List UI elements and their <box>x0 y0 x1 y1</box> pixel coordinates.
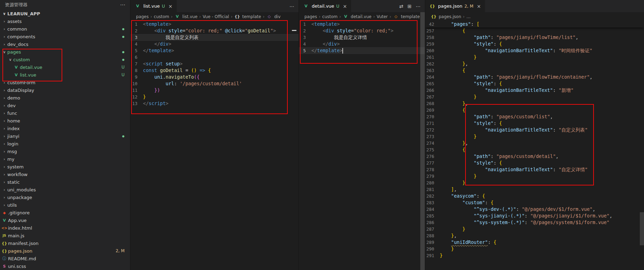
breadcrumb-item-pages[interactable]: pages <box>304 14 317 19</box>
tree-root-learun-app[interactable]: ∨ LEARUN_APP <box>0 10 130 17</box>
breadcrumb-item-div[interactable]: ◇div <box>266 14 280 19</box>
tree-item-dev[interactable]: ›dev <box>0 102 130 109</box>
code-line-5[interactable]: 5</template> <box>299 47 425 54</box>
code-line-273[interactable]: 273 } <box>425 133 644 140</box>
code-editor[interactable]: 1<template>2 <div style="color: red;" @c… <box>130 21 299 270</box>
tree-item-assets[interactable]: ›assets <box>0 17 130 25</box>
breadcrumb-item-…[interactable]: … <box>466 14 470 19</box>
tab-list.vue[interactable]: Vlist.vueU× <box>130 0 177 12</box>
tree-item-msg[interactable]: ›msg <box>0 148 130 155</box>
code-line-1[interactable]: 1<template> <box>130 21 299 27</box>
code-line-258[interactable]: 258 "path": "pages/jianyi/flowTime/list"… <box>425 34 644 41</box>
tree-item-static[interactable]: ›static <box>0 178 130 186</box>
code-line-275[interactable]: 275 { <box>425 146 644 153</box>
more-actions-icon[interactable]: ⋯ <box>289 3 294 9</box>
tree-item-workflow[interactable]: ›workflow <box>0 170 130 178</box>
breadcrumb-item-Vuter[interactable]: Vuter <box>377 14 388 19</box>
code-line-9[interactable]: 9 uni.navigateTo({ <box>130 74 299 80</box>
code-line-1[interactable]: 1<template> <box>299 21 425 27</box>
breadcrumb-item-custom[interactable]: custom <box>322 14 337 19</box>
code-line-261[interactable]: 261 } <box>425 54 644 61</box>
code-line-262[interactable]: 262 }, <box>425 61 644 67</box>
tree-item-.gitignore[interactable]: ◆.gitignore <box>0 209 130 216</box>
more-actions-icon[interactable]: ⋯ <box>416 3 421 9</box>
code-line-42[interactable]: 42 "pages": [ <box>425 21 644 27</box>
tree-item-App.vue[interactable]: VApp.vue <box>0 216 130 224</box>
code-line-13[interactable]: 13</script> <box>130 100 299 107</box>
breadcrumb-item-pages[interactable]: pages <box>136 14 149 19</box>
tab-detail.vue[interactable]: Vdetail.vueU× <box>299 0 351 12</box>
code-line-274[interactable]: 274 }, <box>425 140 644 146</box>
code-line-4[interactable]: 4 </div> <box>299 41 425 47</box>
tree-item-dataDisplay[interactable]: ›dataDisplay <box>0 86 130 94</box>
tree-item-pages[interactable]: ∨pages● <box>0 48 130 56</box>
close-icon[interactable]: × <box>168 3 173 9</box>
tree-item-pages.json[interactable]: {}pages.json2, M <box>0 247 130 255</box>
breadcrumb-item-template[interactable]: ◇template <box>393 14 420 19</box>
tree-item-components[interactable]: ›components● <box>0 33 130 40</box>
code-line-271[interactable]: 271 "style": { <box>425 120 644 127</box>
tree-item-README.md[interactable]: ⓘREADME.md <box>0 255 130 262</box>
code-line-267[interactable]: 267 } <box>425 94 644 100</box>
code-editor[interactable]: 42 "pages": [257 {258 "path": "pages/jia… <box>425 21 644 270</box>
tree-item-custom[interactable]: ∨custom● <box>0 56 130 63</box>
code-line-11[interactable]: 11 }) <box>130 87 299 94</box>
tree-item-customForm[interactable]: ›customForm <box>0 79 130 86</box>
breadcrumb-item-custom[interactable]: custom <box>154 14 169 19</box>
tree-item-my[interactable]: ›my <box>0 155 130 163</box>
code-line-7[interactable]: 7<script setup> <box>130 61 299 67</box>
tab-pages.json[interactable]: {}pages.json2, M× <box>425 0 485 12</box>
code-editor[interactable]: 1<template>2 <div style="color: red;">3 … <box>299 21 425 270</box>
code-line-6[interactable]: 6 <box>130 54 299 61</box>
code-line-279[interactable]: 279 } <box>425 173 644 180</box>
code-line-266[interactable]: 266 "navigationBarTitleText": "新增" <box>425 87 644 94</box>
code-line-290[interactable]: 290 } <box>425 246 644 252</box>
code-line-269[interactable]: 269 { <box>425 107 644 113</box>
tree-item-utils[interactable]: ›utils <box>0 201 130 209</box>
code-line-2[interactable]: 2 <div style="color: red;" @click="goDet… <box>130 27 299 34</box>
code-line-287[interactable]: 287 } <box>425 226 644 232</box>
code-line-3[interactable]: 3 我是自定义详情 <box>299 34 425 41</box>
tree-item-dev_docs[interactable]: ›dev_docs <box>0 40 130 48</box>
code-line-270[interactable]: 270 "path": "pages/custom/list", <box>425 113 644 120</box>
breadcrumb-item-detail.vue[interactable]: Vdetail.vue <box>343 14 372 19</box>
code-line-3[interactable]: 3 我是自定义列表 <box>130 34 299 41</box>
code-line-10[interactable]: 10 url: '/pages/custom/detail' <box>130 80 299 87</box>
code-line-284[interactable]: 284 "^sys-dev-(.*)": "@/pages/dev/$1/for… <box>425 206 644 213</box>
code-line-278[interactable]: 278 "navigationBarTitleText": "自定义详情" <box>425 166 644 173</box>
tree-item-login[interactable]: ›login <box>0 140 130 148</box>
code-line-277[interactable]: 277 "style": { <box>425 160 644 166</box>
breadcrumb-item-template[interactable]: {}template <box>234 14 261 19</box>
code-line-285[interactable]: 285 "^sys-jianyi-(.*)": "@/pages/jianyi/… <box>425 213 644 219</box>
breadcrumb-item-pages.json[interactable]: {}pages.json <box>431 14 461 19</box>
tree-item-index[interactable]: ›index <box>0 125 130 132</box>
tree-item-common[interactable]: ›common● <box>0 25 130 33</box>
tree-item-detail.vue[interactable]: Vdetail.vueU <box>0 63 130 71</box>
code-line-283[interactable]: 283 "custom": { <box>425 199 644 206</box>
code-line-265[interactable]: 265 "style": { <box>425 80 644 87</box>
code-line-264[interactable]: 264 "path": "pages/jianyi/flowTime/conta… <box>425 74 644 80</box>
tree-item-main.js[interactable]: JSmain.js <box>0 232 130 239</box>
split-editor-icon[interactable]: ⊞ <box>407 3 412 9</box>
tree-item-demo[interactable]: ›demo <box>0 94 130 102</box>
code-line-5[interactable]: 5</template> <box>130 47 299 54</box>
breadcrumb-item-list.vue[interactable]: Vlist.vue <box>174 14 198 19</box>
code-line-286[interactable]: 286 "^sys-system-(.*)": "@/pages/system/… <box>425 219 644 226</box>
code-line-12[interactable]: 12} <box>130 94 299 100</box>
code-line-263[interactable]: 263 { <box>425 67 644 74</box>
more-actions-icon[interactable]: ⋯ <box>120 2 125 8</box>
code-line-4[interactable]: 4 </div> <box>130 41 299 47</box>
tree-item-list.vue[interactable]: Vlist.vueU <box>0 71 130 79</box>
tree-item-index.html[interactable]: <>index.html <box>0 224 130 232</box>
code-line-257[interactable]: 257 { <box>425 27 644 34</box>
code-line-8[interactable]: 8const goDetail = () => { <box>130 67 299 74</box>
tree-item-uni.scss[interactable]: Suni.scss <box>0 262 130 270</box>
tree-item-system[interactable]: ›system <box>0 163 130 170</box>
code-line-260[interactable]: 260 "navigationBarTitleText": "时间组件验证" <box>425 47 644 54</box>
tree-item-func[interactable]: ›func <box>0 109 130 117</box>
scrollbar[interactable] <box>640 212 644 245</box>
code-line-291[interactable]: 291} <box>425 252 644 259</box>
open-changes-icon[interactable]: ⇄ <box>399 3 404 9</box>
code-line-2[interactable]: 2 <div style="color: red;"> <box>299 27 425 34</box>
code-line-281[interactable]: 281 ], <box>425 186 644 193</box>
